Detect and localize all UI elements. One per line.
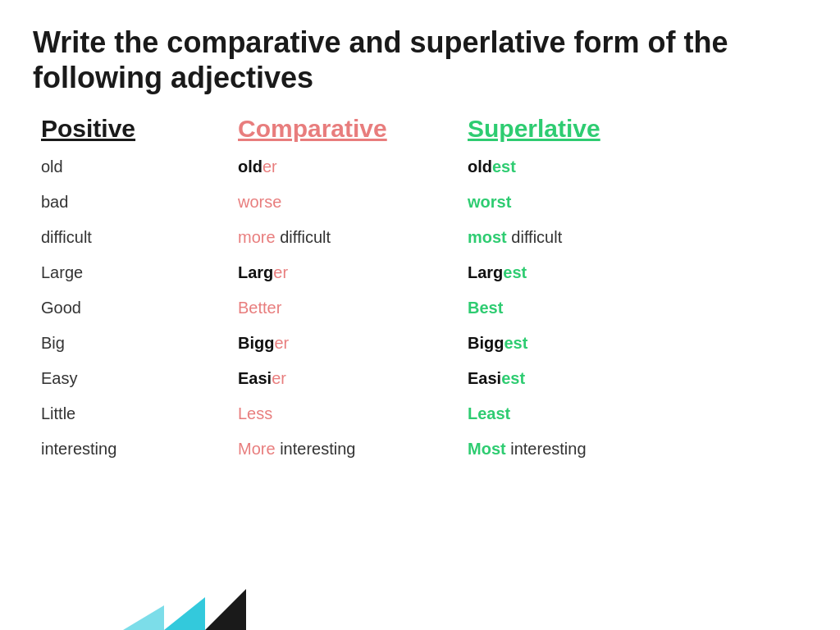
header-positive: Positive <box>41 115 238 143</box>
comparative-cell: more difficult <box>238 228 468 247</box>
positive-cell: Easy <box>41 369 238 388</box>
positive-cell: Big <box>41 334 238 353</box>
positive-cell: Good <box>41 299 238 317</box>
table-row: BigBiggerBiggest <box>41 326 807 361</box>
table-row: interestingMore interestingMost interest… <box>41 431 807 467</box>
superlative-cell: most difficult <box>468 228 807 247</box>
superlative-cell: worst <box>468 193 807 212</box>
comparative-cell: More interesting <box>238 440 468 459</box>
comparative-cell: Bigger <box>238 334 468 353</box>
comparative-cell: worse <box>238 193 468 212</box>
table-row: LargeLargerLargest <box>41 255 807 290</box>
comparative-cell: Easier <box>238 369 468 388</box>
page: Write the comparative and superlative fo… <box>0 0 840 630</box>
header-superlative: Superlative <box>468 115 807 143</box>
positive-cell: interesting <box>41 440 238 459</box>
table-row: oldolderoldest <box>41 149 807 185</box>
adjectives-table: oldolderoldestbadworseworstdifficultmore… <box>33 149 807 467</box>
positive-cell: difficult <box>41 228 238 247</box>
table-row: difficultmore difficultmost difficult <box>41 220 807 255</box>
positive-cell: Large <box>41 263 238 282</box>
svg-marker-1 <box>0 597 205 630</box>
positive-cell: Little <box>41 404 238 423</box>
superlative-cell: Largest <box>468 263 807 282</box>
superlative-cell: Easiest <box>468 369 807 388</box>
superlative-cell: Best <box>468 299 807 317</box>
comparative-cell: Better <box>238 299 468 317</box>
table-row: badworseworst <box>41 185 807 220</box>
comparative-cell: Less <box>238 404 468 423</box>
positive-cell: old <box>41 158 238 176</box>
superlative-cell: oldest <box>468 158 807 176</box>
superlative-cell: Biggest <box>468 334 807 353</box>
table-row: EasyEasierEasiest <box>41 361 807 396</box>
superlative-cell: Most interesting <box>468 440 807 459</box>
column-headers: Positive Comparative Superlative <box>33 115 807 143</box>
table-row: GoodBetterBest <box>41 290 807 326</box>
header-comparative: Comparative <box>238 115 468 143</box>
page-title: Write the comparative and superlative fo… <box>33 25 807 95</box>
comparative-cell: older <box>238 158 468 176</box>
comparative-cell: Larger <box>238 263 468 282</box>
svg-marker-0 <box>0 589 246 630</box>
superlative-cell: Least <box>468 404 807 423</box>
bottom-decoration <box>0 564 246 630</box>
svg-marker-2 <box>0 605 164 630</box>
table-row: LittleLessLeast <box>41 396 807 431</box>
positive-cell: bad <box>41 193 238 212</box>
